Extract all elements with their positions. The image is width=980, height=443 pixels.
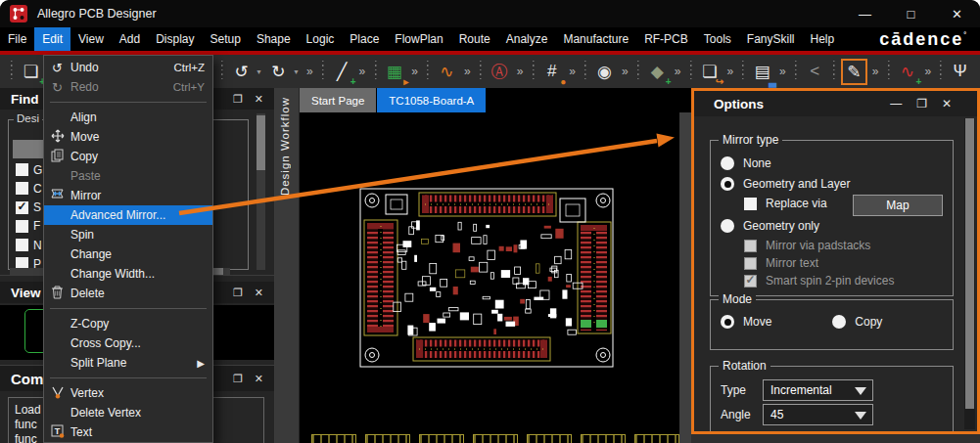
traces-icon[interactable]: Ψ <box>948 59 972 85</box>
toolbar-drag-handle[interactable] <box>741 61 745 82</box>
toolbar-drag-handle[interactable] <box>479 61 483 82</box>
toolbar-overflow-chevron[interactable]: » <box>464 65 471 78</box>
menu-item-change[interactable]: Change <box>44 244 212 264</box>
menu-item-spin[interactable]: Spin <box>44 225 212 244</box>
add-line-icon[interactable]: ╱+ <box>330 59 354 85</box>
menu-item-cross-copy[interactable]: Cross Copy... <box>44 333 212 353</box>
find-checkbox-f[interactable] <box>16 220 28 233</box>
manufacture-grid-icon[interactable]: #● <box>539 59 564 85</box>
menu-help[interactable]: Help <box>803 27 843 51</box>
options-float-icon[interactable]: ❐ <box>916 97 927 111</box>
toolbar-drag-handle[interactable] <box>886 61 890 82</box>
menu-view[interactable]: View <box>70 27 112 51</box>
options-scroll-thumb[interactable] <box>965 118 974 409</box>
rotation-angle-dropdown[interactable]: 45 <box>763 404 873 425</box>
menu-setup[interactable]: Setup <box>203 27 249 51</box>
toolbar-overflow-chevron[interactable]: » <box>726 65 733 78</box>
options-close-icon[interactable]: ✕ <box>942 97 952 111</box>
toolbar-drag-handle[interactable] <box>794 61 798 82</box>
menu-display[interactable]: Display <box>148 27 202 51</box>
find-vertical-scrollbar[interactable] <box>257 113 265 270</box>
menu-route[interactable]: Route <box>451 27 498 51</box>
menu-tools[interactable]: Tools <box>696 27 739 51</box>
find-float-icon[interactable]: ❐ <box>233 93 243 106</box>
toolbar-drag-handle[interactable] <box>373 61 377 82</box>
radio-copy[interactable] <box>832 315 846 329</box>
find-checkbox-g[interactable] <box>16 163 28 176</box>
checkbox-replace-via[interactable] <box>744 198 757 210</box>
dropdown-caret-icon[interactable]: ▼ <box>256 68 262 75</box>
menu-item-mirror[interactable]: Mirror <box>44 186 212 205</box>
mirror-none-row[interactable]: None <box>721 156 945 170</box>
view-close-icon[interactable]: ✕ <box>255 287 263 299</box>
menu-rf-pcb[interactable]: RF-PCB <box>636 27 696 51</box>
command-float-icon[interactable]: ❐ <box>233 373 243 385</box>
toolbar-drag-handle[interactable] <box>531 61 535 82</box>
menu-add[interactable]: Add <box>112 27 148 51</box>
menu-shape[interactable]: Shape <box>249 27 299 51</box>
menu-item-advanced-mirror[interactable]: Advanced Mirror... <box>44 205 212 225</box>
tab-start-page[interactable]: Start Page <box>300 88 376 112</box>
menu-flowplan[interactable]: FlowPlan <box>387 27 450 51</box>
mirror-geometry-layer-row[interactable]: Geometry and Layer <box>721 177 945 191</box>
menu-item-paste[interactable]: Paste <box>44 166 212 186</box>
menu-logic[interactable]: Logic <box>299 27 343 51</box>
menu-item-change-width[interactable]: Change Width... <box>44 264 212 284</box>
minimize-button[interactable]: — <box>842 0 888 27</box>
menu-analyze[interactable]: Analyze <box>498 27 556 51</box>
menu-fanyskill[interactable]: FanySkill <box>739 27 803 51</box>
toolbar-drag-handle[interactable] <box>220 61 224 82</box>
toolbar-overflow-chevron[interactable]: » <box>622 65 629 78</box>
route-connect-icon[interactable]: ∿ <box>435 59 459 85</box>
rotation-type-dropdown[interactable]: Incremental <box>763 379 873 401</box>
menu-file[interactable]: File <box>0 27 34 51</box>
menu-edit[interactable]: Edit <box>34 27 70 51</box>
menu-item-split-plane[interactable]: Split Plane▶ <box>44 353 212 373</box>
display-eye-icon[interactable]: ◉ <box>592 59 617 85</box>
place-part-icon[interactable]: ▦▸ <box>382 59 406 85</box>
menu-manufacture[interactable]: Manufacture <box>555 27 636 51</box>
toolbar-drag-handle[interactable] <box>939 61 943 82</box>
toolbar-drag-handle[interactable] <box>321 61 325 82</box>
design-canvas[interactable] <box>300 112 679 443</box>
radio-none[interactable] <box>721 156 734 170</box>
toolbar-drag-handle[interactable] <box>832 61 836 82</box>
toolbar-overflow-chevron[interactable]: » <box>779 65 786 78</box>
menu-item-redo[interactable]: ↻RedoCtrl+Y <box>44 77 212 97</box>
menu-item-move[interactable]: Move <box>44 127 212 147</box>
find-checkbox-c[interactable] <box>16 182 28 195</box>
shape-add-icon[interactable]: ◆+ <box>645 59 670 85</box>
design-workflow-strip[interactable]: Design Workflow <box>275 88 300 443</box>
options-scrollbar[interactable] <box>964 118 975 429</box>
map-button[interactable]: Map <box>853 195 943 216</box>
mirror-geometry-only-row[interactable]: Geometry only <box>721 219 945 233</box>
toolbar-overflow-chevron[interactable]: » <box>359 65 366 78</box>
toolbar-drag-handle[interactable] <box>583 61 587 82</box>
analyze-icon[interactable]: Ⓐ <box>488 59 512 85</box>
command-close-icon[interactable]: ✕ <box>255 373 263 385</box>
find-vscroll-thumb[interactable] <box>257 115 265 170</box>
options-minimize-icon[interactable]: — <box>890 97 902 111</box>
share-icon[interactable]: < <box>803 59 827 85</box>
properties-tool-icon[interactable]: ✎ <box>841 59 867 85</box>
menu-item-copy[interactable]: Copy <box>44 147 212 166</box>
menu-item-text[interactable]: TText <box>44 422 212 442</box>
reports-chart-icon[interactable]: ▤▃ <box>750 59 774 85</box>
find-checkbox-s[interactable] <box>16 201 28 214</box>
view-float-icon[interactable]: ❐ <box>233 287 243 299</box>
new-drawing-icon[interactable]: ❏+ <box>19 59 43 85</box>
radio-geometry-only[interactable] <box>721 219 734 233</box>
toolbar-drag-handle[interactable] <box>688 61 692 82</box>
canvas-scrollbar[interactable] <box>679 112 691 443</box>
menu-item-delete[interactable]: Delete <box>44 284 212 303</box>
toolbar-overflow-chevron[interactable]: » <box>569 65 576 78</box>
toolbar-overflow-chevron[interactable]: » <box>675 65 681 78</box>
add-wire-icon[interactable]: ∿+ <box>895 59 919 85</box>
redo-icon[interactable]: ↻ <box>266 59 291 85</box>
menu-item-undo[interactable]: ↺UndoCtrl+Z <box>44 58 212 77</box>
export-report-icon[interactable]: ❏↪ <box>697 59 722 85</box>
menu-place[interactable]: Place <box>342 27 387 51</box>
find-checkbox-n[interactable] <box>16 239 28 251</box>
toolbar-overflow-chevron[interactable]: » <box>517 65 524 78</box>
radio-geometry-and-layer[interactable] <box>721 177 734 191</box>
